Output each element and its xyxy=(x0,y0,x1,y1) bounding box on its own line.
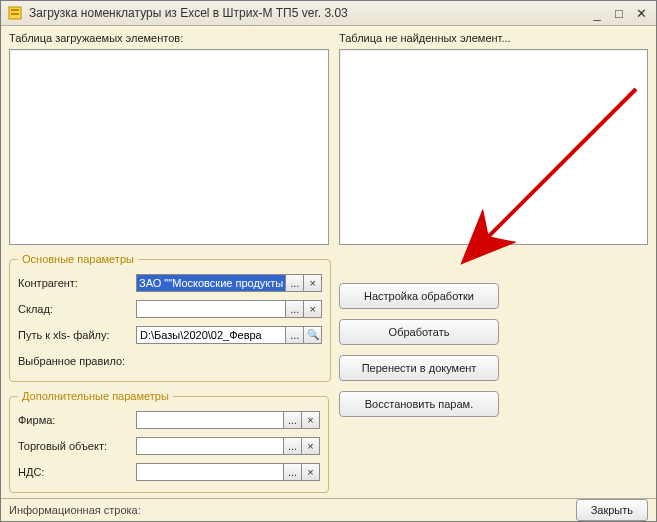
main-params-title: Основные параметры xyxy=(18,253,138,265)
torg-input[interactable] xyxy=(136,437,284,455)
loaded-items-list[interactable] xyxy=(9,49,329,245)
nds-input[interactable] xyxy=(136,463,284,481)
rule-label: Выбранное правило: xyxy=(18,355,125,367)
maximize-button[interactable]: □ xyxy=(608,4,630,22)
svg-rect-2 xyxy=(11,13,19,15)
svg-rect-1 xyxy=(11,9,19,11)
contragent-input[interactable]: ЗАО ""Московские продукты xyxy=(136,274,286,292)
firma-label: Фирма: xyxy=(18,414,136,426)
sklad-label: Склад: xyxy=(18,303,136,315)
nds-label: НДС: xyxy=(18,466,136,478)
left-column: Таблица загружаемых элементов: Основные … xyxy=(9,32,329,494)
restore-button[interactable]: Восстановить парам. xyxy=(339,391,499,417)
window-controls: _ □ ✕ xyxy=(586,4,652,22)
nds-clear-button[interactable]: × xyxy=(302,463,320,481)
right-list-label: Таблица не найденных элемент... xyxy=(339,32,648,47)
sklad-select-button[interactable]: ... xyxy=(286,300,304,318)
transfer-button[interactable]: Перенести в документ xyxy=(339,355,499,381)
torg-label: Торговый объект: xyxy=(18,440,136,452)
left-list-label: Таблица загружаемых элементов: xyxy=(9,32,329,47)
firma-clear-button[interactable]: × xyxy=(302,411,320,429)
content-area: Таблица загружаемых элементов: Основные … xyxy=(1,26,656,498)
missing-items-list[interactable] xyxy=(339,49,648,245)
close-button[interactable]: Закрыть xyxy=(576,499,648,521)
extra-params-group: Дополнительные параметры Фирма: ... × То… xyxy=(9,390,329,493)
path-select-button[interactable]: ... xyxy=(286,326,304,344)
path-label: Путь к xls- файлу: xyxy=(18,329,136,341)
window-close-button[interactable]: ✕ xyxy=(630,4,652,22)
main-params-group: Основные параметры Контрагент: ЗАО ""Мос… xyxy=(9,253,331,382)
status-text: Информационная строка: xyxy=(9,504,576,516)
settings-button[interactable]: Настройка обработки xyxy=(339,283,499,309)
app-window: Загрузка номенклатуры из Excel в Штрих-М… xyxy=(0,0,657,522)
extra-params-title: Дополнительные параметры xyxy=(18,390,173,402)
titlebar[interactable]: Загрузка номенклатуры из Excel в Штрих-М… xyxy=(1,1,656,26)
window-title: Загрузка номенклатуры из Excel в Штрих-М… xyxy=(29,6,586,20)
process-button[interactable]: Обработать xyxy=(339,319,499,345)
app-icon xyxy=(7,5,23,21)
right-column: Таблица не найденных элемент... Настройк… xyxy=(339,32,648,494)
contragent-label: Контрагент: xyxy=(18,277,136,289)
torg-clear-button[interactable]: × xyxy=(302,437,320,455)
sklad-input[interactable] xyxy=(136,300,286,318)
firma-input[interactable] xyxy=(136,411,284,429)
sklad-clear-button[interactable]: × xyxy=(304,300,322,318)
firma-select-button[interactable]: ... xyxy=(284,411,302,429)
contragent-clear-button[interactable]: × xyxy=(304,274,322,292)
path-browse-button[interactable]: 🔍 xyxy=(304,326,322,344)
action-buttons: Настройка обработки Обработать Перенести… xyxy=(339,283,648,427)
contragent-select-button[interactable]: ... xyxy=(286,274,304,292)
nds-select-button[interactable]: ... xyxy=(284,463,302,481)
path-input[interactable] xyxy=(136,326,286,344)
torg-select-button[interactable]: ... xyxy=(284,437,302,455)
minimize-button[interactable]: _ xyxy=(586,4,608,22)
statusbar: Информационная строка: Закрыть xyxy=(1,498,656,521)
contragent-value: ЗАО ""Московские продукты xyxy=(137,275,285,291)
